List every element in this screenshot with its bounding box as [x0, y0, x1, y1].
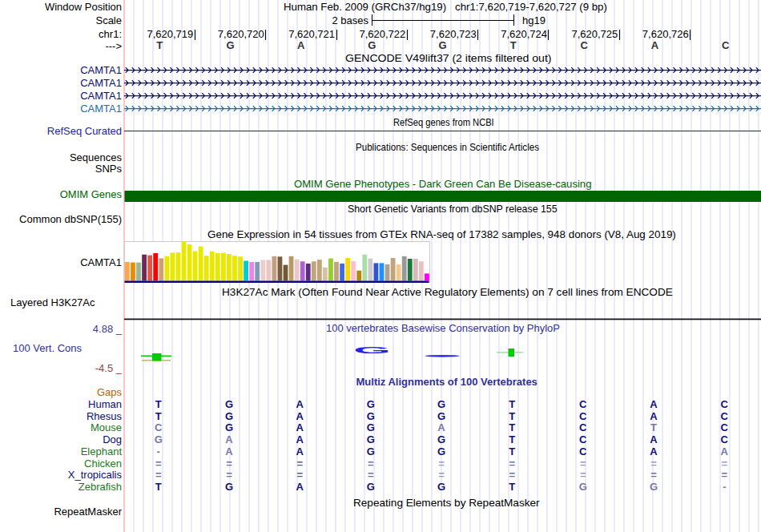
svg-text:G: G	[353, 346, 391, 356]
